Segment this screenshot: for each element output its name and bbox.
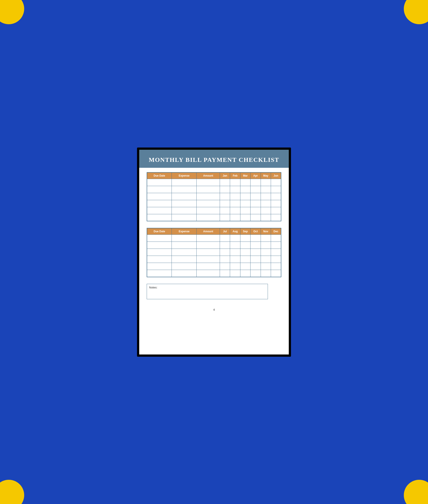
cell[interactable] <box>240 186 250 193</box>
cell[interactable] <box>250 214 261 221</box>
cell[interactable] <box>172 214 197 221</box>
cell[interactable] <box>220 256 230 263</box>
cell[interactable] <box>220 263 230 270</box>
cell[interactable] <box>220 200 230 207</box>
cell[interactable] <box>240 270 250 277</box>
cell[interactable] <box>172 270 197 277</box>
cell[interactable] <box>147 249 172 256</box>
cell[interactable] <box>172 249 197 256</box>
cell[interactable] <box>230 249 240 256</box>
cell[interactable] <box>250 263 261 270</box>
cell[interactable] <box>271 186 281 193</box>
cell[interactable] <box>147 256 172 263</box>
cell[interactable] <box>240 256 250 263</box>
cell[interactable] <box>220 186 230 193</box>
cell[interactable] <box>220 235 230 242</box>
cell[interactable] <box>230 207 240 214</box>
cell[interactable] <box>240 263 250 270</box>
cell[interactable] <box>261 186 271 193</box>
cell[interactable] <box>261 214 271 221</box>
cell[interactable] <box>250 235 261 242</box>
cell[interactable] <box>196 207 220 214</box>
cell[interactable] <box>271 242 281 249</box>
cell[interactable] <box>147 214 172 221</box>
cell[interactable] <box>172 200 197 207</box>
cell[interactable] <box>261 270 271 277</box>
cell[interactable] <box>147 179 172 186</box>
cell[interactable] <box>147 270 172 277</box>
cell[interactable] <box>230 214 240 221</box>
cell[interactable] <box>250 256 261 263</box>
cell[interactable] <box>261 242 271 249</box>
cell[interactable] <box>230 235 240 242</box>
cell[interactable] <box>196 193 220 200</box>
cell[interactable] <box>230 270 240 277</box>
cell[interactable] <box>172 186 197 193</box>
cell[interactable] <box>240 207 250 214</box>
cell[interactable] <box>240 214 250 221</box>
cell[interactable] <box>230 242 240 249</box>
cell[interactable] <box>196 270 220 277</box>
cell[interactable] <box>220 214 230 221</box>
cell[interactable] <box>220 193 230 200</box>
cell[interactable] <box>240 179 250 186</box>
cell[interactable] <box>172 179 197 186</box>
cell[interactable] <box>147 207 172 214</box>
cell[interactable] <box>261 193 271 200</box>
cell[interactable] <box>196 242 220 249</box>
cell[interactable] <box>196 263 220 270</box>
cell[interactable] <box>261 179 271 186</box>
cell[interactable] <box>271 179 281 186</box>
cell[interactable] <box>172 256 197 263</box>
cell[interactable] <box>271 256 281 263</box>
cell[interactable] <box>250 270 261 277</box>
cell[interactable] <box>261 200 271 207</box>
cell[interactable] <box>147 242 172 249</box>
cell[interactable] <box>147 200 172 207</box>
cell[interactable] <box>240 249 250 256</box>
cell[interactable] <box>230 179 240 186</box>
cell[interactable] <box>271 200 281 207</box>
cell[interactable] <box>261 207 271 214</box>
cell[interactable] <box>240 235 250 242</box>
cell[interactable] <box>196 256 220 263</box>
cell[interactable] <box>240 242 250 249</box>
cell[interactable] <box>172 235 197 242</box>
cell[interactable] <box>220 179 230 186</box>
cell[interactable] <box>250 179 261 186</box>
cell[interactable] <box>230 186 240 193</box>
cell[interactable] <box>196 249 220 256</box>
cell[interactable] <box>196 179 220 186</box>
cell[interactable] <box>271 270 281 277</box>
cell[interactable] <box>147 193 172 200</box>
cell[interactable] <box>196 214 220 221</box>
cell[interactable] <box>230 200 240 207</box>
cell[interactable] <box>250 207 261 214</box>
cell[interactable] <box>250 242 261 249</box>
cell[interactable] <box>250 200 261 207</box>
cell[interactable] <box>172 263 197 270</box>
cell[interactable] <box>250 193 261 200</box>
cell[interactable] <box>250 249 261 256</box>
cell[interactable] <box>230 263 240 270</box>
cell[interactable] <box>271 263 281 270</box>
cell[interactable] <box>271 249 281 256</box>
cell[interactable] <box>240 193 250 200</box>
cell[interactable] <box>240 200 250 207</box>
cell[interactable] <box>230 256 240 263</box>
cell[interactable] <box>250 186 261 193</box>
cell[interactable] <box>147 235 172 242</box>
cell[interactable] <box>271 235 281 242</box>
cell[interactable] <box>172 193 197 200</box>
cell[interactable] <box>261 249 271 256</box>
cell[interactable] <box>230 193 240 200</box>
cell[interactable] <box>196 200 220 207</box>
cell[interactable] <box>196 186 220 193</box>
cell[interactable] <box>271 214 281 221</box>
cell[interactable] <box>220 270 230 277</box>
cell[interactable] <box>220 242 230 249</box>
cell[interactable] <box>147 186 172 193</box>
cell[interactable] <box>196 235 220 242</box>
cell[interactable] <box>172 242 197 249</box>
cell[interactable] <box>147 263 172 270</box>
